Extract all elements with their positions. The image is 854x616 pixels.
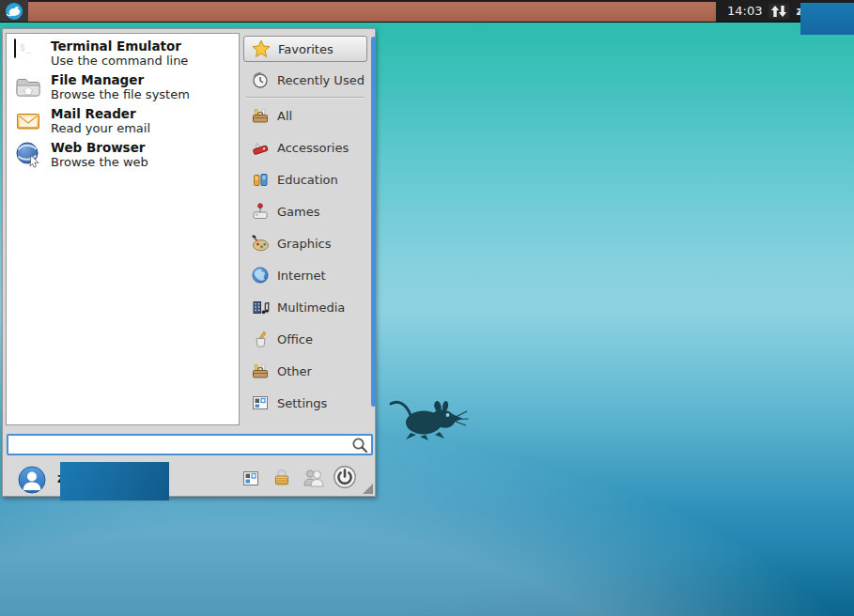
- category-favorites[interactable]: Favorites: [243, 36, 367, 62]
- app-item-text: Mail Reader Read your email: [51, 107, 150, 136]
- web-browser-icon: [14, 141, 42, 169]
- menu-footer: z: [3, 461, 375, 496]
- panel-window-strip: [28, 0, 716, 22]
- app-title: Mail Reader: [51, 107, 150, 122]
- app-subtitle: Browse the file system: [51, 87, 190, 101]
- search-field[interactable]: [7, 434, 373, 455]
- settings-button-icon: [241, 470, 260, 488]
- category-label: Recently Used: [277, 73, 365, 87]
- category-multimedia[interactable]: Multimedia: [242, 291, 368, 323]
- top-panel: 14:03 z: [0, 0, 854, 23]
- lock-icon: [272, 467, 291, 487]
- category-graphics[interactable]: Graphics: [242, 227, 368, 259]
- user-avatar[interactable]: [18, 466, 46, 494]
- switch-user-button[interactable]: [302, 467, 326, 491]
- education-icon: [251, 170, 270, 189]
- category-list: Favorites Recently Used: [242, 35, 368, 428]
- app-item-terminal-emulator[interactable]: $_ Terminal Emulator Use the command lin…: [7, 37, 239, 70]
- mail-icon: [14, 107, 42, 135]
- category-label: Internet: [277, 269, 326, 283]
- favorites-star-icon: [252, 39, 271, 58]
- internet-globe-icon: [251, 266, 270, 285]
- resize-grip[interactable]: [363, 484, 373, 494]
- app-subtitle: Read your email: [51, 121, 150, 135]
- terminal-icon: $_: [14, 39, 42, 68]
- file-manager-icon: [14, 73, 42, 101]
- whisker-menu-icon: [5, 2, 23, 21]
- category-internet[interactable]: Internet: [242, 259, 368, 291]
- app-title: Terminal Emulator: [51, 39, 188, 54]
- xfce-mouse-logo: [388, 394, 469, 441]
- category-label: Graphics: [277, 237, 331, 251]
- category-scrollbar[interactable]: [371, 37, 376, 407]
- category-label: Favorites: [278, 42, 334, 56]
- category-all[interactable]: All: [242, 100, 368, 131]
- users-icon: [303, 468, 325, 487]
- category-office[interactable]: Office: [242, 323, 368, 355]
- category-label: Multimedia: [277, 300, 345, 315]
- category-other[interactable]: Other: [242, 355, 368, 387]
- redaction-box-top-right: [800, 3, 854, 35]
- app-item-mail-reader[interactable]: Mail Reader Read your email: [7, 104, 239, 138]
- graphics-palette-icon: [251, 234, 270, 253]
- redaction-box-username: [60, 462, 169, 500]
- app-item-text: Web Browser Browse the web: [51, 141, 148, 170]
- category-settings[interactable]: Settings: [242, 387, 368, 419]
- app-title: Web Browser: [51, 141, 148, 156]
- category-label: Other: [277, 364, 312, 378]
- office-pencup-icon: [251, 330, 270, 348]
- app-subtitle: Browse the web: [51, 155, 148, 169]
- category-label: All: [277, 109, 292, 123]
- games-joystick-icon: [251, 202, 270, 221]
- category-separator: [246, 97, 365, 99]
- accessories-knife-icon: [251, 138, 270, 157]
- category-label: Office: [277, 332, 313, 346]
- category-label: Accessories: [277, 141, 349, 155]
- app-subtitle: Use the command line: [51, 54, 188, 68]
- app-item-text: File Manager Browse the file system: [51, 73, 190, 102]
- category-label: Education: [277, 173, 338, 187]
- category-games[interactable]: Games: [242, 195, 368, 227]
- panel-clock[interactable]: 14:03: [727, 4, 762, 18]
- category-label: Games: [277, 205, 319, 219]
- app-item-file-manager[interactable]: File Manager Browse the file system: [7, 70, 239, 104]
- category-accessories[interactable]: Accessories: [242, 131, 368, 163]
- search-input[interactable]: [8, 437, 351, 453]
- category-education[interactable]: Education: [242, 163, 368, 195]
- lock-screen-button[interactable]: [272, 466, 292, 491]
- all-toolbox-icon: [251, 106, 270, 125]
- other-toolbox-icon: [251, 362, 270, 380]
- all-settings-button[interactable]: [241, 469, 261, 492]
- settings-panel-icon: [251, 393, 270, 412]
- updown-arrows-icon: [770, 5, 787, 18]
- category-partial-item[interactable]: [242, 419, 368, 428]
- recently-used-clock-icon: [251, 70, 270, 89]
- search-icon: [351, 437, 368, 454]
- favorites-app-list: $_ Terminal Emulator Use the command lin…: [6, 33, 240, 425]
- app-title: File Manager: [51, 73, 190, 88]
- power-icon: [333, 465, 357, 489]
- network-updown-icon[interactable]: [769, 4, 789, 19]
- category-label: Settings: [277, 396, 327, 410]
- whisker-menu-window: $_ Terminal Emulator Use the command lin…: [2, 28, 376, 497]
- app-item-web-browser[interactable]: Web Browser Browse the web: [7, 138, 239, 172]
- multimedia-icon: [251, 298, 270, 316]
- applications-menu-button[interactable]: [0, 0, 28, 22]
- category-recently-used[interactable]: Recently Used: [242, 64, 368, 96]
- system-icon-partial: [251, 425, 270, 428]
- app-item-text: Terminal Emulator Use the command line: [51, 39, 188, 69]
- power-button[interactable]: [332, 464, 358, 493]
- screen: 14:03 z $_ Terminal Emulator Use the com…: [0, 0, 854, 616]
